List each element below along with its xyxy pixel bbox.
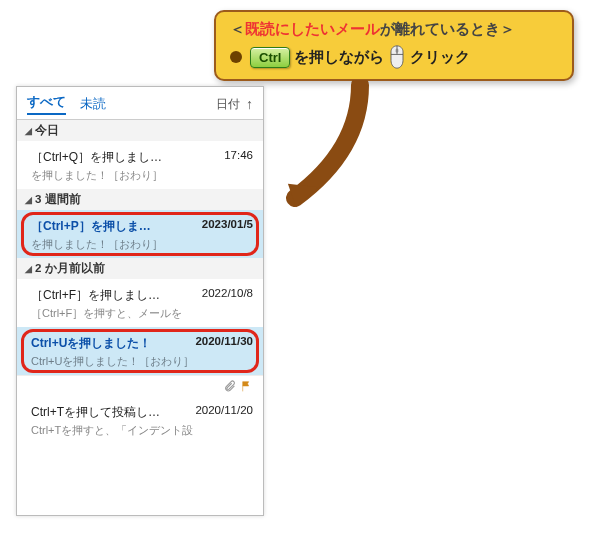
mail-item-selected[interactable]: Ctrl+Uを押しました！2020/11/30 Ctrl+Uを押しました！［おわ… [17,327,263,375]
group-today-label: 今日 [35,123,59,138]
callout-line1: ＜既読にしたいメールが離れているとき＞ [230,20,558,39]
mail-item[interactable]: Ctrl+Tを押して投稿します！2020/11/20 Ctrl+Tを押すと、「イ… [17,396,263,444]
attachment-indicator-row [17,375,263,396]
svg-rect-0 [396,48,399,52]
callout-highlight-text: 既読にしたいメール [245,20,380,37]
mail-date: 17:46 [224,149,253,166]
pointer-arrow [280,80,380,210]
mail-date: 2022/10/8 [202,287,253,304]
mail-item-selected[interactable]: ［Ctrl+P］を押しました！2023/01/5 を押しました！［おわり］ [17,210,263,258]
mail-preview: を押しました！［おわり］ [31,168,253,183]
flag-icon[interactable] [240,380,253,396]
callout-bracket-open: ＜ [230,20,245,37]
paperclip-icon [223,380,236,396]
mail-subject: Ctrl+Tを押して投稿します！ [31,404,171,421]
mail-subject: ［Ctrl+Q］を押しました！ [31,149,171,166]
tab-all[interactable]: すべて [27,93,66,115]
group-today[interactable]: ◢今日 [17,120,263,141]
collapse-icon: ◢ [25,126,32,136]
highlighted-selection-2: Ctrl+Uを押しました！2020/11/30 Ctrl+Uを押しました！［おわ… [17,327,263,375]
tab-unread[interactable]: 未読 [80,95,106,113]
collapse-icon: ◢ [25,264,32,274]
mail-date: 2023/01/5 [202,218,253,235]
group-three-weeks-label: 3 週間前 [35,192,81,207]
filter-bar: すべて 未読 日付 ↑ [17,87,263,120]
callout-click-text: クリック [410,48,470,67]
mail-preview: Ctrl+Uを押しました！［おわり］ [31,354,253,369]
group-two-months[interactable]: ◢2 か月前以前 [17,258,263,279]
mail-preview: を押しました！［おわり］ [31,237,253,252]
mail-subject: Ctrl+Uを押しました！ [31,335,151,352]
mail-subject: ［Ctrl+P］を押しました！ [31,218,161,235]
mail-preview: ［Ctrl+F］を押すと、メールを [31,306,253,321]
mail-date: 2020/11/20 [195,404,253,421]
mail-item[interactable]: ［Ctrl+F］を押しました！2022/10/8 ［Ctrl+F］を押すと、メー… [17,279,263,327]
mail-preview: Ctrl+Tを押すと、「インデント設 [31,423,253,438]
callout-trailing-text: が離れているとき＞ [380,20,515,37]
sort-arrow-icon[interactable]: ↑ [246,96,253,112]
group-three-weeks[interactable]: ◢3 週間前 [17,189,263,210]
highlighted-selection-1: ［Ctrl+P］を押しました！2023/01/5 を押しました！［おわり］ [17,210,263,258]
mouse-icon [388,45,406,69]
mail-item[interactable]: ［Ctrl+Q］を押しました！17:46 を押しました！［おわり］ [17,141,263,189]
mail-date: 2020/11/30 [195,335,253,352]
mail-subject: ［Ctrl+F］を押しました！ [31,287,171,304]
sort-label[interactable]: 日付 [216,96,240,113]
callout-text-between: を押しながら [294,48,384,67]
instruction-callout: ＜既読にしたいメールが離れているとき＞ Ctrl を押しながら クリック [214,10,574,81]
mail-list-panel: すべて 未読 日付 ↑ ◢今日 ［Ctrl+Q］を押しました！17:46 を押し… [16,86,264,516]
callout-line2: Ctrl を押しながら クリック [230,45,558,69]
ctrl-key-badge: Ctrl [250,47,290,68]
group-two-months-label: 2 か月前以前 [35,261,105,276]
collapse-icon: ◢ [25,195,32,205]
bullet-icon [230,51,242,63]
